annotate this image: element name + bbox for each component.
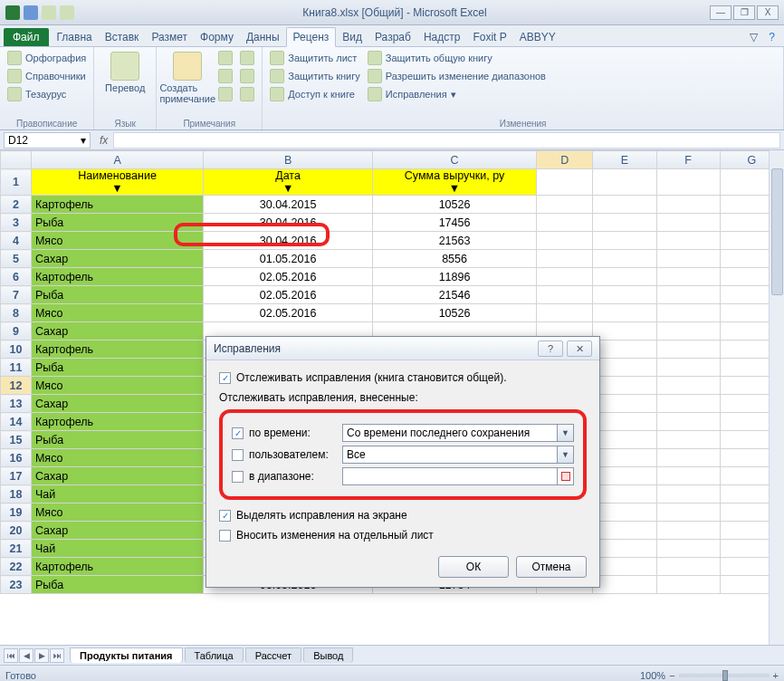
sheet-tab[interactable]: Таблица xyxy=(185,647,244,663)
cell[interactable]: 30.04.2015 xyxy=(204,196,373,214)
zoom-slider[interactable] xyxy=(679,674,770,677)
cell[interactable] xyxy=(537,232,593,250)
cell[interactable]: Картофель xyxy=(31,558,203,576)
column-header[interactable]: B xyxy=(204,151,373,169)
list-on-sheet-checkbox[interactable] xyxy=(219,530,231,542)
cell[interactable] xyxy=(656,268,720,286)
select-all-corner[interactable] xyxy=(1,151,32,169)
cell[interactable]: Чай xyxy=(31,485,203,504)
cancel-button[interactable]: Отмена xyxy=(516,556,587,578)
cell[interactable] xyxy=(593,540,656,558)
cell[interactable] xyxy=(593,522,656,540)
cell[interactable] xyxy=(593,169,656,196)
new-comment-button[interactable]: Создать примечание xyxy=(162,50,213,104)
cell[interactable] xyxy=(656,250,720,268)
cell[interactable]: Мясо xyxy=(31,449,203,467)
in-range-input[interactable] xyxy=(342,467,558,485)
cell[interactable] xyxy=(656,485,720,504)
cell[interactable] xyxy=(593,485,656,504)
dropdown-arrow-icon[interactable]: ▼ xyxy=(558,424,574,442)
cell[interactable]: Картофель xyxy=(31,196,203,214)
row-header[interactable]: 5 xyxy=(1,250,32,268)
filter-header-cell[interactable]: Сумма выручки, ру▼ xyxy=(372,169,536,196)
cell[interactable]: Рыба xyxy=(31,576,203,594)
ribbon-tab[interactable]: Foxit P xyxy=(466,28,512,46)
name-box[interactable]: D12▾ xyxy=(4,132,91,149)
cell[interactable]: 10526 xyxy=(372,304,536,322)
track-changes-button[interactable]: Исправления ▾ xyxy=(366,86,548,102)
column-header[interactable]: A xyxy=(31,151,203,169)
row-header[interactable]: 2 xyxy=(1,196,32,214)
cell[interactable]: Картофель xyxy=(31,268,203,286)
cell[interactable] xyxy=(593,467,656,485)
row-header[interactable]: 3 xyxy=(1,214,32,232)
cell[interactable] xyxy=(537,304,593,322)
cell[interactable]: Сахар xyxy=(31,467,203,485)
row-header[interactable]: 7 xyxy=(1,286,32,304)
row-header[interactable]: 11 xyxy=(1,359,32,377)
cell[interactable]: Рыба xyxy=(31,431,203,449)
cell[interactable]: 21563 xyxy=(372,232,536,250)
cell[interactable]: Рыба xyxy=(31,214,203,232)
ok-button[interactable]: ОК xyxy=(438,556,509,578)
research-button[interactable]: Справочники xyxy=(5,68,88,84)
undo-icon[interactable] xyxy=(42,5,56,20)
cell[interactable] xyxy=(537,268,593,286)
ribbon-tab[interactable]: Размет xyxy=(145,28,194,46)
sheet-tab[interactable]: Вывод xyxy=(303,647,353,663)
row-header[interactable]: 18 xyxy=(1,485,32,504)
cell[interactable] xyxy=(593,304,656,322)
cell[interactable] xyxy=(593,196,656,214)
cell[interactable]: Мясо xyxy=(31,377,203,395)
formula-input[interactable] xyxy=(113,132,780,149)
cell[interactable] xyxy=(656,576,720,594)
zoom-in-button[interactable]: + xyxy=(773,670,779,681)
protect-sheet-button[interactable]: Защитить лист xyxy=(268,50,362,66)
cell[interactable]: Сахар xyxy=(31,395,203,413)
cell[interactable] xyxy=(656,540,720,558)
cell[interactable]: Сахар xyxy=(31,522,203,540)
thesaurus-button[interactable]: Тезаурус xyxy=(5,86,88,102)
cell[interactable] xyxy=(656,214,720,232)
dropdown-arrow-icon[interactable]: ▼ xyxy=(558,446,574,464)
row-header[interactable]: 4 xyxy=(1,232,32,250)
cell[interactable]: Мясо xyxy=(31,504,203,522)
cell[interactable]: 17456 xyxy=(372,214,536,232)
cell[interactable] xyxy=(656,413,720,431)
cell[interactable] xyxy=(593,576,656,594)
track-changes-checkbox[interactable]: ✓ xyxy=(219,372,231,384)
cell[interactable] xyxy=(656,449,720,467)
filter-dropdown-icon[interactable]: ▼ xyxy=(377,182,532,195)
cell[interactable]: 02.05.2016 xyxy=(204,304,373,322)
cell[interactable]: Сахар xyxy=(31,250,203,268)
cell[interactable] xyxy=(537,169,593,196)
cell[interactable]: Рыба xyxy=(31,286,203,304)
protect-workbook-button[interactable]: Защитить книгу xyxy=(268,68,362,84)
row-header[interactable]: 15 xyxy=(1,431,32,449)
cell[interactable]: 02.05.2016 xyxy=(204,286,373,304)
cell[interactable]: Чай xyxy=(31,540,203,558)
cell[interactable]: Рыба xyxy=(31,359,203,377)
cell[interactable] xyxy=(656,522,720,540)
ribbon-tab[interactable]: Разраб xyxy=(368,28,417,46)
prev-comment-button[interactable] xyxy=(216,68,234,84)
ribbon-tab[interactable]: Вид xyxy=(336,28,368,46)
by-user-checkbox[interactable] xyxy=(232,449,244,461)
ribbon-tab[interactable]: Главна xyxy=(51,28,99,46)
cell[interactable] xyxy=(656,196,720,214)
cell[interactable] xyxy=(593,395,656,413)
ribbon-tab[interactable]: Форму xyxy=(194,28,240,46)
window-minimize[interactable]: — xyxy=(710,5,731,20)
cell[interactable] xyxy=(593,558,656,576)
row-header[interactable]: 10 xyxy=(1,340,32,359)
cell[interactable] xyxy=(656,286,720,304)
translate-button[interactable]: Перевод xyxy=(100,50,150,93)
vertical-scrollbar[interactable] xyxy=(769,150,784,645)
ribbon-minimize-icon[interactable]: ▽ xyxy=(744,28,763,46)
cell[interactable] xyxy=(593,268,656,286)
highlight-onscreen-checkbox[interactable]: ✓ xyxy=(219,510,231,522)
cell[interactable]: 11896 xyxy=(372,268,536,286)
scrollbar-thumb[interactable] xyxy=(771,168,783,295)
row-header[interactable]: 16 xyxy=(1,449,32,467)
row-header[interactable]: 13 xyxy=(1,395,32,413)
